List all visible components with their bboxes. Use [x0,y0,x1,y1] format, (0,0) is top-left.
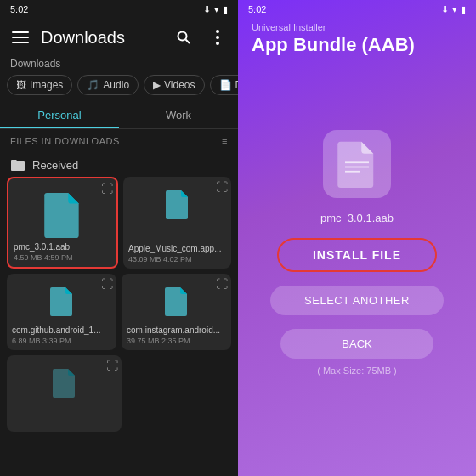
filter-audio-label: Audio [103,79,129,91]
svg-point-6 [216,36,219,39]
folder-name: Received [32,159,78,172]
tab-work[interactable]: Work [119,102,238,128]
battery-icon-right: ▮ [461,4,466,15]
download-icon: ⬇ [203,4,211,15]
file-name-pmc: pmc_3.0.1.aab [14,241,111,252]
filter-videos-label: Videos [164,79,195,91]
header-left: Downloads [0,19,238,56]
svg-rect-2 [12,42,29,43]
files-row-2: ⛶ com.github.android_1... 6.89 MB 3:39 P… [7,274,231,350]
file-pmc[interactable]: ⛶ pmc_3.0.1.aab 4.59 MB 4:59 PM [7,177,118,269]
status-bar-left: 5:02 ⬇ ▾ ▮ [0,0,238,19]
expand-icon-1: ⛶ [101,182,113,196]
left-panel: 5:02 ⬇ ▾ ▮ Downloads [0,0,238,476]
svg-rect-1 [12,37,29,38]
time-right: 5:02 [248,4,266,14]
expand-icon-4: ⛶ [216,277,228,291]
max-size-note: ( Max Size: 75MB ) [317,366,397,376]
filter-images[interactable]: 🖼 Images [7,75,72,95]
audio-icon: 🎵 [87,79,99,91]
app-subtitle: Universal Installer [252,22,462,32]
file-instagram[interactable]: ⛶ com.instagram.android... 39.75 MB 2:35… [122,274,231,350]
svg-rect-0 [12,31,29,33]
expand-icon-5: ⛶ [106,359,118,372]
list-view-icon[interactable]: ≡ [222,136,228,146]
files-row-3: ⛶ [7,355,231,432]
status-icons-right: ⬇ ▾ ▮ [441,4,466,15]
filter-images-label: Images [30,79,63,91]
file-meta-instagram: 39.75 MB 2:35 PM [127,337,226,345]
status-icons-left: ⬇ ▾ ▮ [203,4,228,15]
expand-icon-3: ⛶ [101,277,113,291]
file-meta-apple: 43.09 MB 4:02 PM [128,255,226,264]
document-icon: 📄 [219,79,232,91]
section-header: FILES IN DOWNLOADS ≡ [0,129,238,150]
file-name-github: com.github.android_1... [12,325,111,336]
header-actions [170,24,231,51]
right-header: Universal Installer App Bundle (AAB) [238,19,476,63]
video-icon: ▶ [153,79,161,91]
wifi-icon-right: ▾ [452,4,457,15]
app-title: App Bundle (AAB) [252,34,462,56]
filter-documents[interactable]: 📄 Documents [210,75,238,95]
battery-icon: ▮ [223,4,228,15]
install-button[interactable]: INSTALL FILE [277,238,437,272]
back-button[interactable]: BACK [280,329,434,359]
download-icon-right: ⬇ [441,4,449,15]
files-row-1: ⛶ pmc_3.0.1.aab 4.59 MB 4:59 PM ⛶ Apple_… [7,177,231,269]
svg-point-5 [216,30,219,33]
file-name-instagram: com.instagram.android... [127,325,226,336]
section-label: FILES IN DOWNLOADS [10,136,120,146]
file-meta-github: 6.89 MB 3:39 PM [12,337,111,345]
breadcrumb: Downloads [0,56,238,71]
folder-received[interactable]: Received [7,153,231,177]
filter-audio[interactable]: 🎵 Audio [77,75,139,95]
app-icon-container [323,130,391,198]
expand-icon-2: ⛶ [216,180,228,194]
menu-button[interactable] [7,24,34,51]
status-bar-right: 5:02 ⬇ ▾ ▮ [238,0,476,19]
time-left: 5:02 [10,4,28,14]
file-name-apple: Apple_Music_com.app... [128,243,226,254]
right-panel: 5:02 ⬇ ▾ ▮ Universal Installer App Bundl… [238,0,476,476]
svg-line-4 [186,40,190,44]
filter-bar: 🖼 Images 🎵 Audio ▶ Videos 📄 Documents [0,71,238,99]
file-apple-music[interactable]: ⛶ Apple_Music_com.app... 43.09 MB 4:02 P… [123,177,231,269]
select-another-button[interactable]: SELECT ANOTHER [270,286,444,315]
file-github[interactable]: ⛶ com.github.android_1... 6.89 MB 3:39 P… [7,274,116,350]
svg-point-7 [216,42,219,45]
svg-point-3 [178,32,187,41]
wifi-icon: ▾ [214,4,219,15]
file-extra[interactable]: ⛶ [7,355,122,432]
tabs: Personal Work [0,102,238,129]
search-button[interactable] [170,24,197,51]
filter-videos[interactable]: ▶ Videos [144,75,204,95]
file-meta-pmc: 4.59 MB 4:59 PM [14,253,111,262]
images-icon: 🖼 [16,79,26,91]
aab-file-icon [333,140,381,188]
files-grid: Received ⛶ pmc_3.0.1.aab 4.59 MB 4:59 PM… [0,150,238,476]
file-display-name: pmc_3.0.1.aab [320,212,394,224]
tab-personal[interactable]: Personal [0,102,119,128]
right-content: pmc_3.0.1.aab INSTALL FILE SELECT ANOTHE… [238,63,476,476]
page-title: Downloads [41,28,163,48]
more-options-button[interactable] [204,24,231,51]
